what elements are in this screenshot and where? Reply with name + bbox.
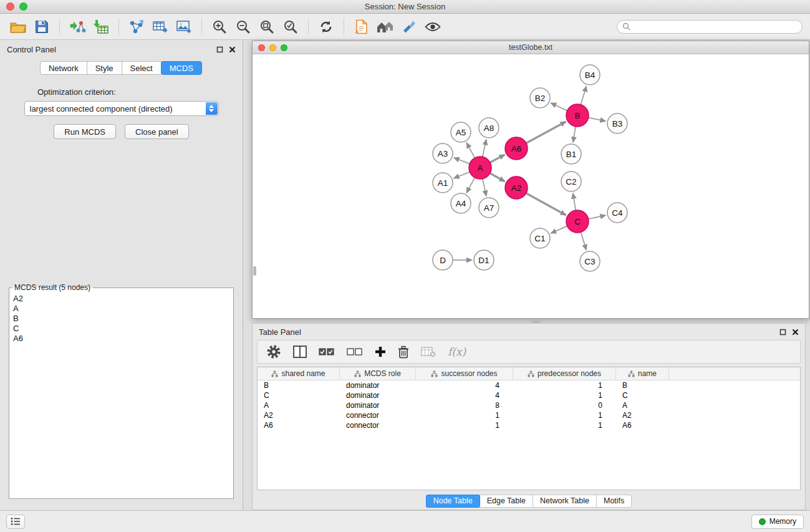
export-image-button[interactable] [173, 17, 195, 37]
table-cell[interactable]: 8 [416, 400, 513, 410]
table-cell[interactable]: A6 [258, 420, 340, 430]
column-header-MCDS-role[interactable]: MCDS role [340, 367, 416, 380]
mcds-result-item-A[interactable]: A [13, 304, 229, 314]
zoom-in-button[interactable] [209, 17, 230, 37]
graph-edge-A-A3[interactable] [454, 158, 470, 164]
table-row-A2[interactable]: A2connector11A2 [258, 410, 800, 420]
close-panel-icon[interactable] [229, 46, 236, 53]
mcds-result-item-C[interactable]: C [13, 324, 229, 334]
table-cell[interactable]: 4 [416, 390, 513, 400]
close-window-button[interactable] [6, 2, 14, 11]
table-cell[interactable]: 1 [416, 420, 513, 430]
zoom-window-button[interactable] [19, 2, 27, 11]
graph-node-A8[interactable]: A8 [479, 118, 499, 138]
table-cell[interactable]: A2 [258, 410, 340, 420]
table-cell[interactable]: dominator [340, 380, 416, 390]
tab-edge-table[interactable]: Edge Table [480, 495, 533, 508]
graph-edge-A2-C[interactable] [526, 193, 566, 215]
table-row-A[interactable]: Adominator80A [258, 400, 800, 410]
graph-node-D[interactable]: D [433, 250, 453, 270]
graph-node-D1[interactable]: D1 [474, 250, 494, 270]
graph-edge-A-A6[interactable] [490, 155, 505, 163]
vertical-scrollbar[interactable] [253, 54, 257, 318]
criterion-dropdown[interactable]: largest connected component (directed) [24, 101, 219, 116]
graph-edge-A-A1[interactable] [454, 172, 470, 178]
graph-edge-C-C1[interactable] [551, 226, 567, 233]
graph-edge-A-A8[interactable] [483, 140, 486, 157]
graph-node-C1[interactable]: C1 [530, 228, 550, 248]
graph-edge-A-A7[interactable] [483, 179, 486, 196]
table-cell[interactable]: dominator [340, 390, 416, 400]
table-cell[interactable]: 1 [513, 410, 616, 420]
table-cell[interactable]: 1 [513, 380, 616, 390]
first-neighbors-button[interactable] [375, 17, 396, 37]
column-header-name[interactable]: name [616, 367, 669, 380]
tab-network[interactable]: Network [40, 61, 87, 75]
table-cell[interactable]: connector [340, 410, 416, 420]
import-table-button[interactable] [90, 17, 112, 37]
graph-node-A1[interactable]: A1 [433, 173, 453, 193]
close-panel-button[interactable]: Close panel [125, 124, 189, 139]
table-cell[interactable]: C [258, 390, 340, 400]
zoom-window-button[interactable] [281, 44, 287, 51]
tab-mcds[interactable]: MCDS [161, 61, 202, 75]
table-cell[interactable]: B [258, 380, 340, 390]
tab-select[interactable]: Select [122, 61, 162, 75]
graph-node-B3[interactable]: B3 [607, 114, 627, 133]
document-button[interactable] [351, 17, 372, 37]
table-row-A6[interactable]: A6connector11A6 [258, 420, 800, 430]
minimize-window-button[interactable] [269, 44, 276, 51]
mcds-result-item-A2[interactable]: A2 [13, 294, 229, 304]
float-panel-icon[interactable] [779, 329, 786, 336]
function-builder-button[interactable]: f(x) [448, 346, 466, 358]
graph-edge-C-C2[interactable] [573, 193, 576, 210]
graph-edge-C-C3[interactable] [581, 232, 586, 250]
table-cell[interactable]: A [616, 400, 669, 410]
network-canvas[interactable]: B4B2BB3A5A8A6B1A3AC2A1A2A4A7C4CC1C3DD1 [253, 54, 809, 318]
delete-table-button[interactable] [421, 347, 436, 357]
refresh-button[interactable] [316, 17, 337, 37]
zoom-out-button[interactable] [233, 17, 254, 37]
mcds-result-item-A6[interactable]: A6 [13, 334, 229, 344]
export-table-button[interactable] [150, 17, 171, 37]
unselect-all-columns-button[interactable] [347, 347, 363, 356]
search-input[interactable] [634, 22, 797, 31]
tab-network-table[interactable]: Network Table [533, 495, 597, 508]
table-cell[interactable]: 0 [513, 400, 616, 410]
graph-edge-B-B3[interactable] [589, 118, 606, 122]
close-window-button[interactable] [258, 44, 265, 51]
graph-node-C3[interactable]: C3 [580, 251, 600, 271]
graph-node-A6[interactable]: A6 [505, 137, 528, 160]
graph-edge-B-B4[interactable] [581, 86, 586, 105]
graph-edge-C-C4[interactable] [589, 215, 606, 219]
close-panel-icon[interactable] [792, 329, 799, 336]
show-hide-button[interactable] [422, 17, 443, 37]
run-mcds-button[interactable]: Run MCDS [54, 124, 116, 139]
column-header-shared-name[interactable]: shared name [258, 367, 340, 380]
open-file-button[interactable] [7, 17, 29, 37]
graph-edge-B-B2[interactable] [551, 103, 567, 110]
graph-node-A5[interactable]: A5 [451, 122, 471, 142]
graph-node-C[interactable]: C [566, 210, 589, 233]
table-row-B[interactable]: Bdominator41B [258, 380, 800, 390]
graph-edge-B-B1[interactable] [573, 127, 576, 142]
graph-edge-A6-B[interactable] [526, 122, 566, 143]
graph-edge-A-A2[interactable] [490, 173, 505, 181]
import-network-button[interactable] [67, 17, 88, 37]
table-cell[interactable]: 1 [513, 390, 616, 400]
tab-style[interactable]: Style [87, 61, 122, 75]
graph-node-A3[interactable]: A3 [433, 143, 453, 163]
tab-node-table[interactable]: Node Table [426, 495, 480, 508]
graph-node-A2[interactable]: A2 [505, 177, 528, 199]
zoom-fit-button[interactable] [256, 17, 277, 37]
tab-motifs[interactable]: Motifs [596, 495, 632, 508]
delete-column-button[interactable] [398, 346, 409, 359]
table-cell[interactable]: A [258, 400, 340, 410]
search-field[interactable] [617, 20, 803, 34]
column-header-successor-nodes[interactable]: successor nodes [416, 367, 513, 380]
table-cell[interactable]: A6 [616, 420, 669, 430]
table-settings-button[interactable] [266, 344, 281, 359]
task-history-button[interactable] [6, 515, 25, 529]
vertical-scrollbar-thumb[interactable] [253, 266, 256, 276]
table-cell[interactable]: 1 [513, 420, 616, 430]
